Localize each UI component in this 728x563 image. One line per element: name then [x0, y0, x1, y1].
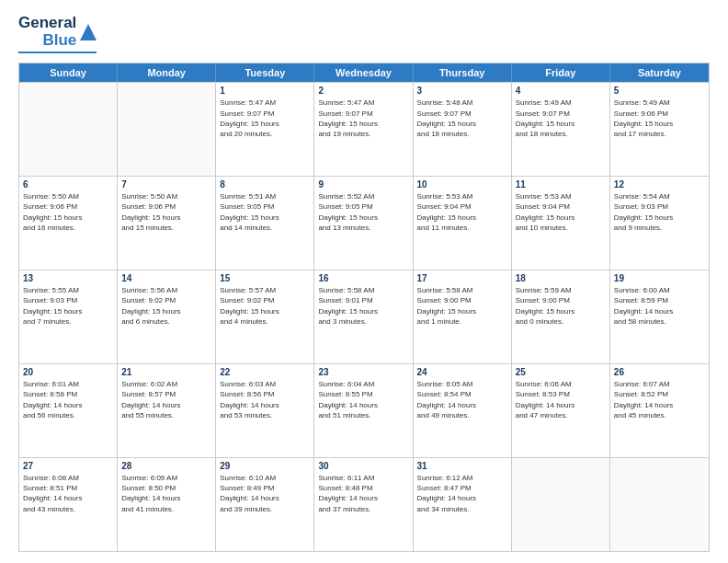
day-number: 23 — [318, 367, 408, 377]
calendar-cell: 30Sunrise: 6:11 AM Sunset: 8:48 PM Dayli… — [314, 458, 413, 551]
calendar-cell: 26Sunrise: 6:07 AM Sunset: 8:52 PM Dayli… — [610, 364, 709, 457]
page: General Blue SundayMondayTuesdayWednesda… — [0, 0, 728, 563]
weekday-header: Sunday — [19, 63, 118, 82]
calendar-cell: 20Sunrise: 6:01 AM Sunset: 8:58 PM Dayli… — [19, 364, 118, 457]
cell-info: Sunrise: 5:53 AM Sunset: 9:04 PM Dayligh… — [516, 191, 606, 233]
cell-info: Sunrise: 5:59 AM Sunset: 9:00 PM Dayligh… — [516, 285, 606, 327]
day-number: 11 — [516, 179, 606, 190]
day-number: 1 — [220, 86, 310, 96]
calendar: SundayMondayTuesdayWednesdayThursdayFrid… — [18, 63, 710, 552]
weekday-header: Saturday — [610, 63, 709, 82]
calendar-cell: 16Sunrise: 5:58 AM Sunset: 9:01 PM Dayli… — [314, 270, 413, 363]
calendar-cell: 23Sunrise: 6:04 AM Sunset: 8:55 PM Dayli… — [314, 364, 413, 457]
calendar-row: 13Sunrise: 5:55 AM Sunset: 9:03 PM Dayli… — [19, 270, 709, 363]
cell-info: Sunrise: 5:50 AM Sunset: 9:06 PM Dayligh… — [121, 191, 211, 233]
cell-info: Sunrise: 5:47 AM Sunset: 9:07 PM Dayligh… — [220, 98, 310, 139]
calendar-row: 6Sunrise: 5:50 AM Sunset: 9:06 PM Daylig… — [19, 176, 709, 270]
logo-blue: Blue — [42, 32, 76, 50]
day-number: 10 — [417, 179, 507, 190]
day-number: 27 — [23, 461, 113, 471]
day-number: 13 — [23, 273, 113, 283]
cell-info: Sunrise: 6:09 AM Sunset: 8:50 PM Dayligh… — [121, 473, 211, 514]
calendar-cell: 3Sunrise: 5:48 AM Sunset: 9:07 PM Daylig… — [414, 83, 512, 176]
cell-info: Sunrise: 6:07 AM Sunset: 8:52 PM Dayligh… — [614, 379, 705, 420]
calendar-cell: 8Sunrise: 5:51 AM Sunset: 9:05 PM Daylig… — [216, 177, 314, 270]
day-number: 20 — [23, 367, 113, 377]
calendar-cell: 4Sunrise: 5:49 AM Sunset: 9:07 PM Daylig… — [512, 83, 610, 176]
calendar-body: 1Sunrise: 5:47 AM Sunset: 9:07 PM Daylig… — [19, 82, 709, 551]
calendar-cell: 28Sunrise: 6:09 AM Sunset: 8:50 PM Dayli… — [118, 458, 216, 551]
day-number: 7 — [121, 179, 211, 190]
calendar-cell: 24Sunrise: 6:05 AM Sunset: 8:54 PM Dayli… — [414, 364, 512, 457]
calendar-cell: 14Sunrise: 5:56 AM Sunset: 9:02 PM Dayli… — [118, 270, 216, 363]
cell-info: Sunrise: 5:57 AM Sunset: 9:02 PM Dayligh… — [220, 285, 310, 327]
calendar-cell: 11Sunrise: 5:53 AM Sunset: 9:04 PM Dayli… — [512, 177, 610, 270]
day-number: 18 — [516, 273, 606, 283]
calendar-cell: 15Sunrise: 5:57 AM Sunset: 9:02 PM Dayli… — [216, 270, 314, 363]
cell-info: Sunrise: 6:05 AM Sunset: 8:54 PM Dayligh… — [417, 379, 507, 420]
logo-triangle-icon — [80, 22, 97, 42]
calendar-cell — [610, 458, 709, 551]
day-number: 15 — [220, 273, 310, 283]
cell-info: Sunrise: 5:47 AM Sunset: 9:07 PM Dayligh… — [318, 98, 408, 139]
calendar-cell — [512, 458, 610, 551]
day-number: 9 — [318, 179, 408, 190]
day-number: 4 — [516, 86, 606, 96]
day-number: 6 — [23, 179, 113, 190]
cell-info: Sunrise: 6:00 AM Sunset: 8:59 PM Dayligh… — [614, 285, 705, 327]
day-number: 26 — [614, 367, 705, 377]
day-number: 3 — [417, 86, 507, 96]
calendar-cell: 7Sunrise: 5:50 AM Sunset: 9:06 PM Daylig… — [118, 177, 216, 270]
calendar-cell: 13Sunrise: 5:55 AM Sunset: 9:03 PM Dayli… — [19, 270, 118, 363]
calendar-cell — [19, 83, 118, 176]
day-number: 31 — [417, 461, 507, 471]
weekday-header: Tuesday — [216, 63, 314, 82]
day-number: 24 — [417, 367, 507, 377]
calendar-cell: 25Sunrise: 6:06 AM Sunset: 8:53 PM Dayli… — [512, 364, 610, 457]
cell-info: Sunrise: 5:49 AM Sunset: 9:07 PM Dayligh… — [516, 98, 606, 139]
calendar-cell: 6Sunrise: 5:50 AM Sunset: 9:06 PM Daylig… — [19, 177, 118, 270]
day-number: 14 — [121, 273, 211, 283]
calendar-cell: 1Sunrise: 5:47 AM Sunset: 9:07 PM Daylig… — [216, 83, 314, 176]
cell-info: Sunrise: 6:03 AM Sunset: 8:56 PM Dayligh… — [220, 379, 310, 420]
day-number: 30 — [318, 461, 408, 471]
calendar-row: 1Sunrise: 5:47 AM Sunset: 9:07 PM Daylig… — [19, 82, 709, 176]
cell-info: Sunrise: 6:01 AM Sunset: 8:58 PM Dayligh… — [23, 379, 113, 420]
day-number: 29 — [220, 461, 310, 471]
day-number: 5 — [614, 86, 705, 96]
day-number: 2 — [318, 86, 408, 96]
logo-underline — [18, 52, 97, 53]
calendar-cell: 5Sunrise: 5:49 AM Sunset: 9:06 PM Daylig… — [610, 83, 709, 176]
calendar-header: SundayMondayTuesdayWednesdayThursdayFrid… — [19, 63, 709, 82]
calendar-cell: 17Sunrise: 5:58 AM Sunset: 9:00 PM Dayli… — [414, 270, 512, 363]
calendar-cell: 21Sunrise: 6:02 AM Sunset: 8:57 PM Dayli… — [118, 364, 216, 457]
cell-info: Sunrise: 6:04 AM Sunset: 8:55 PM Dayligh… — [318, 379, 408, 420]
day-number: 16 — [318, 273, 408, 283]
calendar-cell: 12Sunrise: 5:54 AM Sunset: 9:03 PM Dayli… — [610, 177, 709, 270]
cell-info: Sunrise: 5:58 AM Sunset: 9:01 PM Dayligh… — [318, 285, 408, 327]
cell-info: Sunrise: 5:48 AM Sunset: 9:07 PM Dayligh… — [417, 98, 507, 139]
calendar-cell: 9Sunrise: 5:52 AM Sunset: 9:05 PM Daylig… — [314, 177, 413, 270]
calendar-cell: 22Sunrise: 6:03 AM Sunset: 8:56 PM Dayli… — [216, 364, 314, 457]
cell-info: Sunrise: 5:55 AM Sunset: 9:03 PM Dayligh… — [23, 285, 113, 327]
weekday-header: Friday — [512, 63, 610, 82]
cell-info: Sunrise: 5:49 AM Sunset: 9:06 PM Dayligh… — [614, 98, 705, 139]
day-number: 21 — [121, 367, 211, 377]
logo-general: General — [18, 15, 76, 32]
header: General Blue — [18, 15, 710, 53]
cell-info: Sunrise: 5:54 AM Sunset: 9:03 PM Dayligh… — [614, 191, 705, 233]
day-number: 22 — [220, 367, 310, 377]
weekday-header: Wednesday — [314, 63, 413, 82]
svg-marker-0 — [80, 24, 97, 40]
calendar-cell: 2Sunrise: 5:47 AM Sunset: 9:07 PM Daylig… — [314, 83, 413, 176]
cell-info: Sunrise: 5:58 AM Sunset: 9:00 PM Dayligh… — [417, 285, 507, 327]
cell-info: Sunrise: 6:10 AM Sunset: 8:49 PM Dayligh… — [220, 473, 310, 514]
calendar-cell: 10Sunrise: 5:53 AM Sunset: 9:04 PM Dayli… — [414, 177, 512, 270]
day-number: 25 — [516, 367, 606, 377]
calendar-row: 27Sunrise: 6:08 AM Sunset: 8:51 PM Dayli… — [19, 457, 709, 551]
calendar-row: 20Sunrise: 6:01 AM Sunset: 8:58 PM Dayli… — [19, 363, 709, 457]
calendar-cell: 18Sunrise: 5:59 AM Sunset: 9:00 PM Dayli… — [512, 270, 610, 363]
day-number: 12 — [614, 179, 705, 190]
cell-info: Sunrise: 6:02 AM Sunset: 8:57 PM Dayligh… — [121, 379, 211, 420]
cell-info: Sunrise: 6:08 AM Sunset: 8:51 PM Dayligh… — [23, 473, 113, 514]
